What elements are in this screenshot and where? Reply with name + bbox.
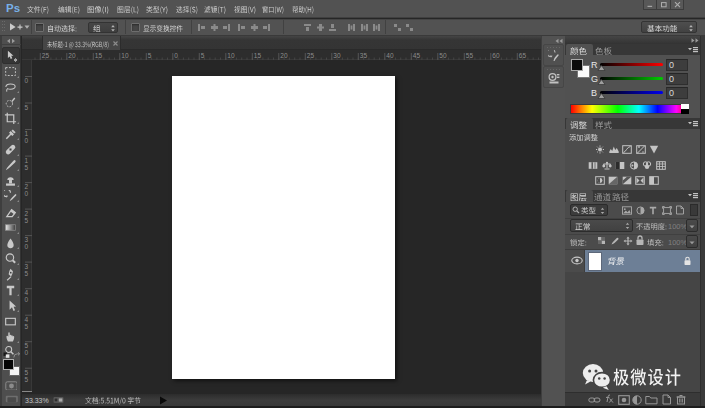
svg-text:35: 35 <box>360 52 368 59</box>
svg-text:5: 5 <box>25 217 29 224</box>
svg-text:0: 0 <box>25 349 29 356</box>
svg-text:3: 3 <box>25 236 29 243</box>
svg-text:4: 4 <box>25 289 29 296</box>
svg-text:5: 5 <box>25 323 29 330</box>
svg-text:45: 45 <box>413 52 421 59</box>
svg-text:1: 1 <box>25 157 29 164</box>
svg-text:15: 15 <box>95 52 103 59</box>
svg-text:2: 2 <box>25 210 29 217</box>
svg-text:10: 10 <box>227 52 235 59</box>
svg-text:40: 40 <box>386 52 394 59</box>
svg-text:0: 0 <box>25 77 29 84</box>
svg-text:0: 0 <box>25 190 29 197</box>
svg-text:20: 20 <box>68 52 76 59</box>
svg-text:1: 1 <box>25 130 29 137</box>
svg-text:5: 5 <box>25 164 29 171</box>
svg-text:25: 25 <box>42 52 50 59</box>
svg-text:0: 0 <box>25 296 29 303</box>
svg-text:5: 5 <box>25 342 29 349</box>
svg-text:5: 5 <box>25 104 29 111</box>
svg-text:0: 0 <box>174 52 178 59</box>
svg-text:0: 0 <box>25 243 29 250</box>
svg-text:50: 50 <box>439 52 447 59</box>
svg-text:55: 55 <box>466 52 474 59</box>
svg-text:20: 20 <box>280 52 288 59</box>
svg-text:60: 60 <box>492 52 500 59</box>
svg-text:5: 5 <box>148 52 152 59</box>
svg-text:15: 15 <box>254 52 262 59</box>
svg-text:5: 5 <box>201 52 205 59</box>
svg-text:5: 5 <box>25 376 29 383</box>
svg-text:10: 10 <box>121 52 129 59</box>
svg-text:5: 5 <box>25 369 29 376</box>
svg-text:30: 30 <box>333 52 341 59</box>
svg-text:0: 0 <box>25 137 29 144</box>
svg-text:65: 65 <box>519 52 527 59</box>
svg-text:5: 5 <box>25 270 29 277</box>
svg-text:3: 3 <box>25 263 29 270</box>
svg-text:25: 25 <box>307 52 315 59</box>
svg-text:4: 4 <box>25 316 29 323</box>
svg-text:2: 2 <box>25 183 29 190</box>
